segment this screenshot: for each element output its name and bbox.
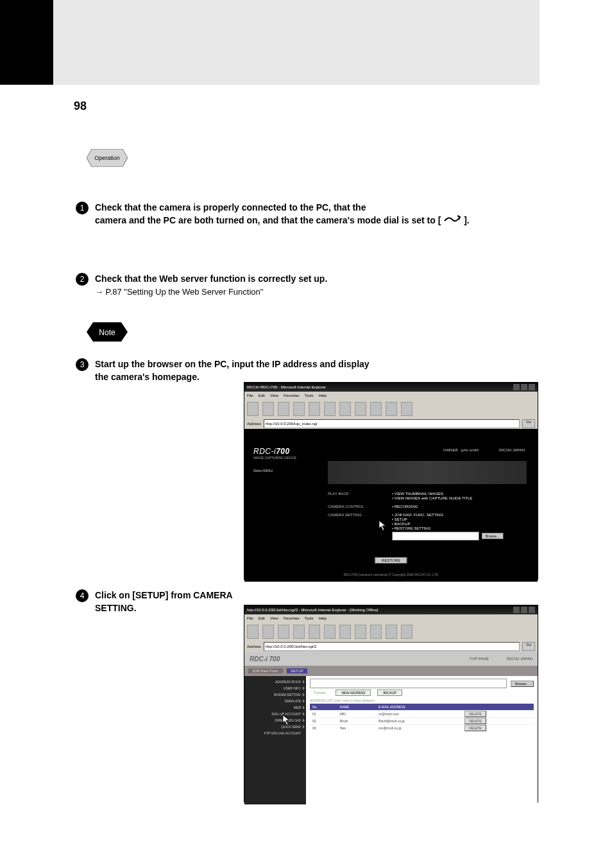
maximize-button[interactable] [521,384,527,390]
minimize-button-2[interactable] [513,607,520,613]
step-1-line2a: camera and the PC are both turned on, an… [95,215,441,225]
select-menu-label: Select MENU [253,469,273,473]
sidebar-item-template[interactable]: TEMPLATE [246,698,305,704]
minimize-button[interactable] [513,384,520,390]
delete-button[interactable]: DELETE [464,718,486,724]
back-icon[interactable] [247,402,259,416]
sidebar-item-modem-setting[interactable]: MODEM SETTING [246,691,305,698]
close-button[interactable] [529,384,535,390]
home-icon[interactable] [309,402,320,416]
favorites-icon[interactable] [339,402,351,416]
backup-link[interactable]: • BACKUP [392,522,504,526]
step-2-text: Check that the Web server function is co… [95,273,531,298]
print-icon-2[interactable] [386,625,397,639]
sidebar-item-address-book[interactable]: ADDRESS BOOK [246,679,305,685]
address-input-2[interactable] [264,642,520,651]
sidebar-item-quick-send[interactable]: QUICK SEND [246,724,305,730]
browse-button[interactable]: Browse… [482,533,504,539]
window-title-2: http://10.0.0.200/JobNav.cgi/2 - Microso… [247,608,378,612]
setup-body: RDC-i 700 TOP PAGE RICOH JAPAN JOB Navi … [244,652,538,804]
note-badge: Note [87,322,128,342]
mail-icon-2[interactable] [370,625,382,639]
tab-setup[interactable]: SETUP [287,668,307,673]
maximize-button-2[interactable] [521,607,527,613]
cell-email: xx@ricoh.com [376,711,462,718]
close-button-2[interactable] [529,607,535,613]
address-input[interactable] [264,419,520,428]
edit-icon[interactable] [401,402,412,416]
jobnavi-link[interactable]: • JOB NAVI. FUNC. SETTING [392,513,504,517]
tab-jobnavi[interactable]: JOB Navi Func. [248,668,283,673]
edit-icon-2[interactable] [401,625,412,639]
menu-edit-2[interactable]: Edit [259,616,265,620]
setup-nav: JOB Navi Func. SETUP [244,666,538,676]
header-right: OWNER john smith RICOH JAPAN [443,448,525,452]
playback-link-1[interactable]: • VIEW THUMBNAIL IMAGES [392,492,472,496]
print-icon[interactable] [386,402,397,416]
th-email: E-MAIL ADDRESS [376,704,462,711]
step-1-line2b: ]. [464,215,470,225]
operation-badge-label: Operation [87,149,128,167]
menu-tools-2[interactable]: Tools [305,616,314,620]
refresh-icon[interactable] [293,402,305,416]
file-input[interactable] [310,679,507,688]
history-icon[interactable] [355,402,366,416]
menu-view-2[interactable]: View [270,616,278,620]
forward-icon[interactable] [262,402,274,416]
window-title: RICOH RDC-i700 - Microsoft Internet Expl… [247,385,326,389]
browse-button-2[interactable]: Browse… [511,681,534,687]
owner-value: john smith [461,448,479,452]
step-3-text: Start up the browser on the PC, input th… [95,358,531,383]
page-number: 98 [74,100,87,113]
homepage-body: RDC-i700 IMAGE CAPTURING DEVICE Select M… [244,429,538,582]
menu-help[interactable]: Help [319,394,327,397]
sidebar-item-web[interactable]: WEB [246,704,305,711]
back-icon-2[interactable] [247,625,259,639]
step-3-line1: Start up the browser on the PC, input th… [95,359,370,369]
forward-icon-2[interactable] [262,625,274,639]
cell-name: ABC [337,711,377,718]
menu-edit[interactable]: Edit [259,394,265,397]
address-list-caption: ADDRESS LIST (click mark to show address… [310,699,534,702]
setup-link[interactable]: • SETUP [392,517,504,521]
menu-file-2[interactable]: File [247,616,253,620]
backup-button[interactable]: BACKUP [377,690,402,696]
search-icon-2[interactable] [324,625,336,639]
menu-favorites-2[interactable]: Favorites [284,616,300,620]
restore-path-input[interactable] [392,532,479,541]
stop-icon[interactable] [278,402,289,416]
search-icon[interactable] [324,402,336,416]
menu-file[interactable]: File [247,394,253,397]
delete-button[interactable]: DELETE [464,725,486,731]
menu-view[interactable]: View [270,394,278,397]
go-button-2[interactable]: Go [522,642,535,651]
playback-link-2[interactable]: • VIEW IMAGES with CAPTURE GUIDE TITLE [392,496,472,500]
top-page-link[interactable]: TOP PAGE [470,657,489,661]
history-icon-2[interactable] [355,625,366,639]
address-table: No. NAME E-MAIL ADDRESS 01 ABC xx@ricoh.… [310,704,534,731]
menu-help-2[interactable]: Help [319,616,327,620]
refresh-icon-2[interactable] [293,625,305,639]
menu-tools[interactable]: Tools [305,394,314,397]
step-2-see: → P.87 "Setting Up the Web Server Functi… [95,287,263,297]
ricoh-japan-link-2[interactable]: RICOH JAPAN [507,657,532,661]
sidebar-item-user-info[interactable]: USER INFO [246,685,305,691]
setup-content: Browse… Transfer NEW ADDRESS BACKUP ADDR… [306,676,538,804]
menu-links: PLAY BACK • VIEW THUMBNAIL IMAGES • VIEW… [328,492,504,545]
delete-button[interactable]: DELETE [464,711,486,717]
sidebar-item-dialup[interactable]: DIAL-UP ACCOUNT [246,711,305,717]
recording-link[interactable]: • RECORDING [392,505,418,508]
go-button[interactable]: Go [522,419,535,428]
th-action [462,704,534,711]
favorites-icon-2[interactable] [339,625,351,639]
sidebar-item-direct-upload[interactable]: DIRECT UPLOAD [246,717,305,724]
restore-setting-link[interactable]: • RESTORE SETTING [392,526,504,530]
sidebar-item-ftp-upload[interactable]: FTP UPLOAD ACCOUNT [246,730,305,736]
new-address-button[interactable]: NEW ADDRESS [336,690,371,696]
restore-button[interactable]: RESTORE [375,557,407,564]
home-icon-2[interactable] [309,625,320,639]
ricoh-japan-link[interactable]: RICOH JAPAN [499,448,525,452]
stop-icon-2[interactable] [278,625,289,639]
mail-icon[interactable] [370,402,382,416]
menu-favorites[interactable]: Favorites [284,394,300,397]
